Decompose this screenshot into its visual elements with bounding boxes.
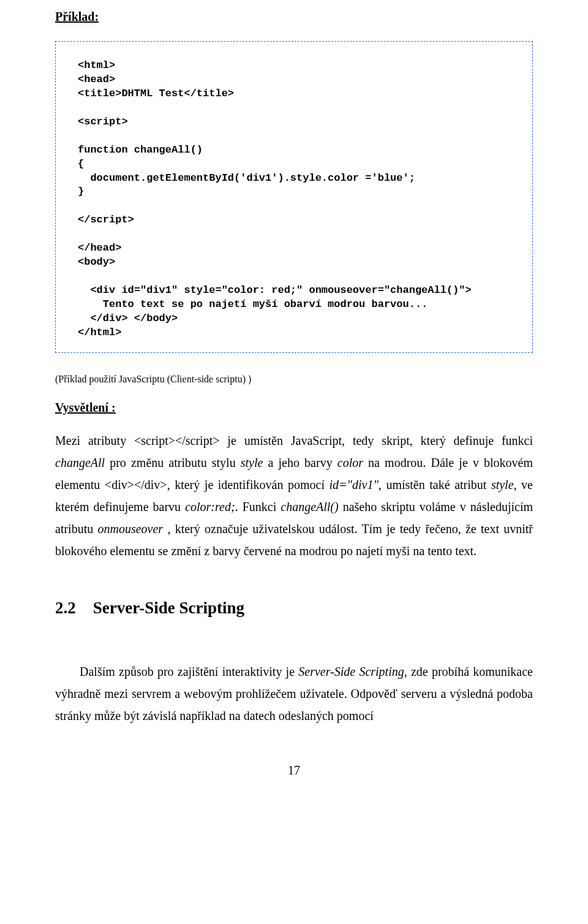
page-number: 17: [55, 763, 533, 778]
code-line: {: [78, 158, 84, 170]
text-run: , umístěn také atribut: [379, 478, 491, 491]
code-line: document.getElementById('div1').style.co…: [78, 172, 415, 184]
explanation-heading: Vysvětlení :: [55, 401, 533, 415]
text-run: Mezi atributy <script></script> je umíst…: [55, 434, 533, 447]
code-line: function changeAll(): [78, 144, 203, 156]
code-line: <title>DHTML Test</title>: [78, 88, 234, 99]
code-line: Tento text se po najetí myší obarví modr…: [78, 298, 428, 310]
text-run: a jeho barvy: [263, 456, 337, 469]
code-line: </div> </body>: [78, 312, 178, 324]
code-line: <script>: [78, 116, 128, 127]
italic-run: id="div1": [330, 478, 379, 491]
explanation-paragraph: Mezi atributy <script></script> je umíst…: [55, 430, 533, 562]
italic-run: style,: [491, 478, 517, 491]
code-line: <head>: [78, 74, 115, 85]
example-caption: (Příklad použití JavaScriptu (Client-sid…: [55, 374, 533, 385]
document-page: Příklad: <html> <head> <title>DHTML Test…: [0, 0, 588, 802]
code-line: <body>: [78, 256, 115, 268]
code-line: </head>: [78, 242, 121, 254]
italic-run: changeAll(): [281, 500, 338, 513]
code-line: <div id="div1" style="color: red;" onmou…: [78, 284, 472, 296]
section-title-text: Server-Side Scripting: [93, 599, 244, 617]
text-run: Dalším způsob pro zajištění interaktivit…: [80, 665, 298, 678]
italic-run: changeAll: [55, 456, 105, 469]
section-number: 2.2: [55, 599, 76, 618]
code-line: </html>: [78, 327, 121, 338]
italic-run: Server-Side Scripting,: [298, 665, 407, 678]
section-paragraph: Dalším způsob pro zajištění interaktivit…: [55, 661, 533, 727]
code-line: </script>: [78, 214, 134, 225]
text-run: pro změnu atributu stylu: [105, 456, 241, 469]
italic-run: onmouseover: [97, 522, 163, 536]
italic-run: color: [337, 456, 363, 469]
example-heading: Příklad:: [55, 10, 533, 24]
text-run: . Funkci: [235, 500, 281, 513]
section-heading: 2.2Server-Side Scripting: [55, 599, 533, 618]
code-example-box: <html> <head> <title>DHTML Test</title> …: [55, 41, 533, 353]
code-line: }: [78, 186, 84, 197]
italic-run: style: [241, 456, 263, 469]
italic-run: color:red;: [185, 500, 235, 513]
code-line: <html>: [78, 59, 115, 71]
